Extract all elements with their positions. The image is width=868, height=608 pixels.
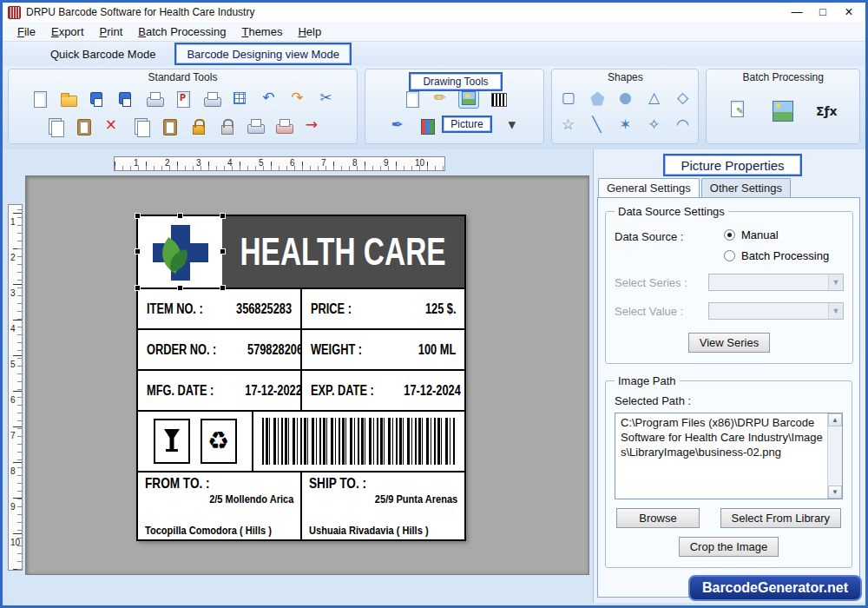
shape-starburst-icon[interactable]: ✶ — [615, 115, 635, 135]
shape-rounded-square-icon[interactable]: ▢ — [557, 88, 578, 109]
save-icon[interactable] — [86, 88, 107, 109]
menu-item-batch-processing[interactable]: Batch Processing — [130, 23, 233, 40]
barcode[interactable] — [262, 418, 456, 465]
tab-general-settings[interactable]: General Settings — [598, 178, 700, 197]
redo-icon[interactable]: ↷ — [286, 88, 307, 109]
shape-star-icon[interactable]: ☆ — [557, 115, 578, 135]
print-barcode-icon[interactable] — [244, 115, 265, 135]
print-icon[interactable] — [201, 88, 221, 109]
select-series-dropdown[interactable]: ▼ — [708, 274, 844, 291]
cut-icon[interactable]: ✂ — [315, 88, 336, 109]
designing-mode-label: Barcode Designing view Mode — [187, 48, 339, 61]
ship-to-label: SHIP TO. : — [309, 475, 428, 492]
app-icon — [8, 6, 21, 19]
radio-batch-processing[interactable]: Batch Processing — [724, 249, 829, 262]
scroll-down-icon[interactable]: ▼ — [828, 486, 842, 499]
menu-item-themes[interactable]: Themes — [233, 23, 290, 40]
path-scrollbar[interactable]: ▲ ▼ — [827, 413, 842, 499]
browse-button[interactable]: Browse — [616, 508, 700, 528]
ship-line2: Ushuaia Rivadavia ( Hills ) — [309, 524, 435, 537]
select-value-dropdown[interactable]: ▼ — [708, 302, 844, 320]
batch-image-export-icon[interactable] — [769, 97, 797, 125]
shape-diamond-icon[interactable]: ◇ — [672, 88, 693, 109]
label-design[interactable]: HEALTH CARE ITEM NO. :356825283 PRICE :1… — [136, 215, 466, 541]
fragile-glass-icon — [154, 419, 190, 464]
selection-handle[interactable] — [220, 286, 225, 290]
shape-line-icon[interactable]: ╲ — [586, 115, 607, 135]
delete-icon[interactable]: × — [101, 115, 122, 135]
open-folder-icon[interactable] — [57, 88, 78, 109]
menu-item-file[interactable]: File — [10, 23, 43, 40]
selection-handle[interactable] — [178, 214, 182, 218]
shape-triangle-icon[interactable]: △ — [643, 88, 664, 109]
menu-item-print[interactable]: Print — [92, 23, 131, 40]
selected-path-textbox[interactable]: C:\Program Files (x86)\DRPU Barcode Soft… — [615, 413, 843, 499]
paste-special-icon[interactable] — [158, 115, 179, 135]
canvas[interactable]: HEALTH CARE ITEM NO. :356825283 PRICE :1… — [25, 175, 589, 575]
export-pdf-icon[interactable]: P — [172, 88, 193, 109]
selection-handle[interactable] — [135, 214, 140, 218]
quick-barcode-mode-button[interactable]: Quick Barcode Mode — [50, 48, 155, 61]
selection-handle[interactable] — [220, 249, 225, 254]
title-bar: DRPU Barcode Software for Health Care In… — [3, 3, 865, 22]
radio-manual[interactable]: Manual — [724, 228, 829, 241]
formula-icon[interactable]: Σƒx — [812, 97, 840, 125]
ruler-number: 3 — [196, 158, 201, 168]
save-as-icon[interactable] — [115, 88, 135, 109]
maximize-button[interactable]: □ — [812, 4, 834, 20]
copy-icon[interactable] — [129, 115, 150, 135]
crop-the-image-button[interactable]: Crop the Image — [679, 537, 779, 557]
shape-arc-icon[interactable]: ◠ — [672, 115, 693, 135]
ruler-number: 1 — [10, 217, 16, 227]
barcode-designing-mode-button[interactable]: Barcode Designing view Mode — [174, 43, 352, 65]
exp-date-key: EXP. DATE : — [311, 383, 374, 399]
order-no-value: 579828206 — [247, 342, 302, 358]
color-dropdown-icon[interactable]: ▾ — [502, 115, 523, 135]
shape-four-point-star-icon[interactable]: ✧ — [643, 115, 664, 135]
menu-item-help[interactable]: Help — [290, 23, 329, 40]
pen-icon[interactable]: ✒ — [387, 115, 408, 135]
tab-other-settings[interactable]: Other Settings — [701, 178, 791, 197]
batch-processing-group: Batch Processing ✎Σƒx — [706, 69, 860, 144]
select-from-library-button[interactable]: Select From Library — [720, 508, 841, 528]
unlock-icon[interactable] — [215, 115, 236, 135]
minimize-button[interactable]: — — [786, 4, 808, 20]
health-care-logo[interactable] — [138, 216, 222, 287]
print-preview-icon[interactable] — [143, 88, 164, 109]
label-header: HEALTH CARE — [138, 216, 464, 289]
menu-item-export[interactable]: Export — [43, 23, 92, 40]
table-grid-icon[interactable] — [229, 88, 250, 109]
selection-handle[interactable] — [220, 214, 225, 218]
undo-icon[interactable]: ↶ — [258, 88, 279, 109]
scroll-up-icon[interactable]: ▲ — [828, 413, 842, 426]
select-series-label: Select Series : — [615, 276, 705, 289]
ruler-number: 9 — [384, 158, 389, 168]
selection-handle[interactable] — [178, 286, 182, 290]
label-title-band[interactable]: HEALTH CARE — [222, 216, 464, 287]
mfg-date-value: 17-12-2022 — [245, 383, 301, 399]
table-row: ITEM NO. :356825283 PRICE :125 $. — [138, 289, 464, 330]
batch-edit-icon[interactable]: ✎ — [726, 97, 753, 125]
lock-icon[interactable] — [187, 115, 207, 135]
radio-manual-control[interactable] — [724, 229, 735, 241]
radio-batch-processing-control[interactable] — [724, 250, 735, 261]
selection-handle[interactable] — [135, 249, 140, 254]
view-series-button[interactable]: View Series — [688, 333, 770, 353]
export-exit-icon[interactable]: → — [301, 115, 322, 135]
new-document-icon[interactable] — [29, 88, 49, 109]
library-books-icon[interactable] — [416, 115, 437, 135]
item-no-key: ITEM NO. : — [147, 301, 203, 317]
ruler-number: 5 — [10, 360, 16, 369]
print-cancel-icon[interactable] — [273, 115, 293, 135]
close-button[interactable]: × — [838, 4, 860, 20]
copy-page-icon[interactable] — [43, 115, 64, 135]
selection-handle[interactable] — [135, 286, 140, 290]
shapes-group: Shapes ▢●△◇ ☆╲✶✧◠ — [551, 69, 699, 144]
drawing-tools-callout-label: Drawing Tools — [423, 76, 488, 88]
shape-pentagon-icon[interactable] — [586, 88, 607, 109]
vertical-ruler: 12345678910 — [8, 204, 23, 571]
radio-batch-processing-label: Batch Processing — [741, 249, 829, 262]
paste-icon[interactable] — [72, 115, 93, 135]
drawing-tools-callout: Drawing Tools — [409, 72, 503, 91]
shape-ellipse-icon[interactable]: ● — [615, 88, 635, 109]
